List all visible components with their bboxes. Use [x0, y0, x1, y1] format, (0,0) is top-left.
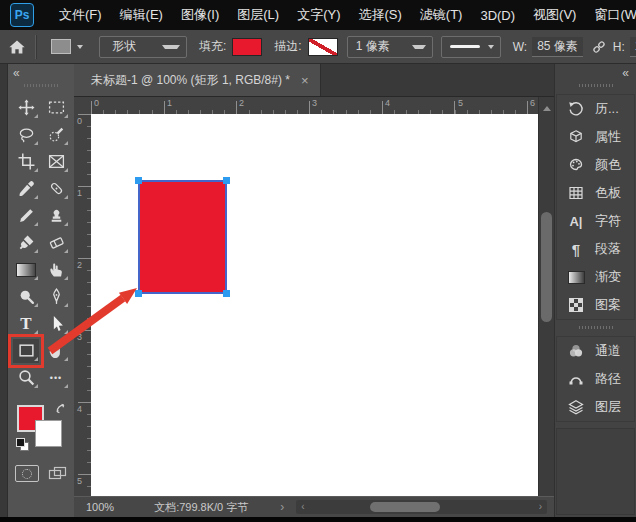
ruler-corner[interactable] [74, 97, 92, 115]
collapse-dock-icon[interactable]: « [622, 64, 636, 78]
panel-tab-paragraph[interactable]: ¶ 段落 [557, 235, 634, 263]
panel-tab-pattern[interactable]: 图案 [557, 291, 634, 319]
rectangle-shape[interactable] [138, 180, 227, 294]
panel-tab-properties[interactable]: 属性 [557, 123, 634, 151]
dock-grip[interactable] [579, 84, 613, 87]
tool-rectangle[interactable] [13, 339, 39, 363]
tool-eraser[interactable] [43, 231, 69, 255]
menu-item-edit[interactable]: 编辑(E) [111, 6, 172, 24]
shape-mode-value: 形状 [100, 38, 136, 55]
shape-handle-se[interactable] [223, 290, 230, 297]
toolbar-grip[interactable] [24, 84, 58, 87]
h-ruler-tick: 6 [530, 98, 535, 108]
tool-brush[interactable] [13, 204, 39, 228]
scroll-right-icon[interactable]: › [539, 502, 542, 512]
horizontal-scrollbar[interactable]: ‹ › [296, 500, 547, 514]
stroke-type-dropdown[interactable] [441, 36, 501, 58]
menu-item-filter[interactable]: 滤镜(T) [411, 6, 472, 24]
menu-item-file[interactable]: 文件(F) [50, 6, 111, 24]
menu-item-select[interactable]: 选择(S) [349, 6, 410, 24]
panel-tab-channels[interactable]: 通道 [557, 337, 634, 365]
vertical-scroll-thumb[interactable] [541, 212, 552, 322]
tool-lasso[interactable] [13, 123, 39, 147]
panel-label: 字符 [595, 212, 621, 230]
tool-type[interactable]: T [13, 312, 39, 336]
panel-label: 历... [595, 100, 619, 118]
tool-crop[interactable] [13, 150, 39, 174]
menu-item-3d[interactable]: 3D(D) [471, 8, 524, 23]
document-area: 0 1 2 3 4 5 6 0 1 2 3 4 5 [74, 97, 554, 496]
v-ruler-tick: 4 [77, 404, 82, 414]
menu-bar: Ps 文件(F) 编辑(E) 图像(I) 图层(L) 文字(Y) 选择(S) 滤… [0, 0, 636, 30]
swatches-icon [566, 185, 586, 201]
panel-label: 渐变 [595, 268, 621, 286]
background-color[interactable] [35, 420, 62, 447]
home-icon[interactable] [8, 38, 26, 56]
panel-tab-paths[interactable]: 路径 [557, 365, 634, 393]
height-field[interactable]: 110 像素 [630, 37, 636, 57]
stroke-color-swatch[interactable] [308, 38, 338, 56]
screen-mode-button[interactable] [48, 466, 68, 481]
empty-panel-area [556, 428, 635, 515]
horizontal-scroll-track[interactable] [310, 502, 534, 512]
tool-dodge[interactable] [13, 285, 39, 309]
horizontal-scroll-thumb[interactable] [370, 502, 439, 512]
menu-item-layer[interactable]: 图层(L) [228, 6, 288, 24]
collapse-toolbar-icon[interactable]: « [8, 64, 20, 78]
scroll-left-icon[interactable]: ‹ [301, 502, 304, 512]
solid-line-icon [450, 45, 480, 48]
main-area: « [0, 64, 636, 517]
shape-handle-sw[interactable] [135, 290, 142, 297]
swap-colors-icon[interactable] [55, 403, 67, 415]
tool-preset-dropdown[interactable] [46, 37, 89, 57]
tool-eyedropper[interactable] [13, 177, 39, 201]
width-field[interactable]: 85 像素 [532, 37, 583, 57]
default-colors-icon[interactable] [16, 438, 29, 451]
panel-tab-color[interactable]: 颜色 [557, 151, 634, 179]
zoom-level[interactable]: 100% [86, 501, 114, 513]
stroke-width-dropdown[interactable]: 1 像素 [347, 36, 433, 58]
edit-toolbar-button[interactable]: ••• [43, 366, 69, 390]
tool-zoom[interactable] [13, 366, 39, 390]
tool-move[interactable] [13, 96, 39, 120]
scroll-up-icon[interactable] [543, 102, 551, 111]
tool-history-brush[interactable] [13, 231, 39, 255]
quick-mask-icon [22, 469, 32, 479]
shape-handle-nw[interactable] [135, 177, 142, 184]
tool-smudge[interactable] [43, 258, 69, 282]
tool-path-selection[interactable] [43, 312, 69, 336]
tool-quick-selection[interactable] [43, 123, 69, 147]
menu-item-image[interactable]: 图像(I) [172, 6, 228, 24]
panel-tab-gradient[interactable]: 渐变 [557, 263, 634, 291]
shape-handle-ne[interactable] [223, 177, 230, 184]
width-label: W: [513, 40, 527, 54]
close-tab-icon[interactable]: × [301, 73, 309, 88]
vertical-scrollbar[interactable] [538, 97, 554, 496]
shape-mode-dropdown[interactable]: 形状 [99, 36, 187, 58]
panel-tab-layers[interactable]: 图层 [557, 393, 634, 421]
color-swatches [15, 403, 67, 451]
menu-item-view[interactable]: 视图(V) [524, 6, 585, 24]
tool-gradient[interactable] [13, 258, 39, 282]
panel-tab-character[interactable]: A| 字符 [557, 207, 634, 235]
tool-rectangular-marquee[interactable] [43, 96, 69, 120]
tool-hand[interactable] [43, 339, 69, 363]
tool-pen[interactable] [43, 285, 69, 309]
tool-spot-healing-brush[interactable] [43, 177, 69, 201]
quick-mask-button[interactable] [15, 465, 39, 482]
panel-tab-swatches[interactable]: 色板 [557, 179, 634, 207]
link-dimensions-icon[interactable] [591, 39, 607, 55]
canvas[interactable] [91, 114, 539, 496]
photoshop-window: Ps 文件(F) 编辑(E) 图像(I) 图层(L) 文字(Y) 选择(S) 滤… [0, 0, 636, 522]
panel-tab-history[interactable]: 历... [557, 95, 634, 123]
tool-frame[interactable] [43, 150, 69, 174]
photoshop-logo-icon[interactable]: Ps [10, 3, 34, 27]
menu-item-window[interactable]: 窗口(W) [585, 6, 636, 24]
tool-clone-stamp[interactable] [43, 204, 69, 228]
dock-grip[interactable] [579, 326, 613, 329]
menu-item-type[interactable]: 文字(Y) [288, 6, 349, 24]
document-tab[interactable]: 未标题-1 @ 100% (矩形 1, RGB/8#) * × [74, 64, 321, 96]
paths-icon [566, 371, 586, 387]
status-chevron-icon[interactable]: › [280, 500, 284, 514]
fill-color-swatch[interactable] [232, 38, 262, 56]
